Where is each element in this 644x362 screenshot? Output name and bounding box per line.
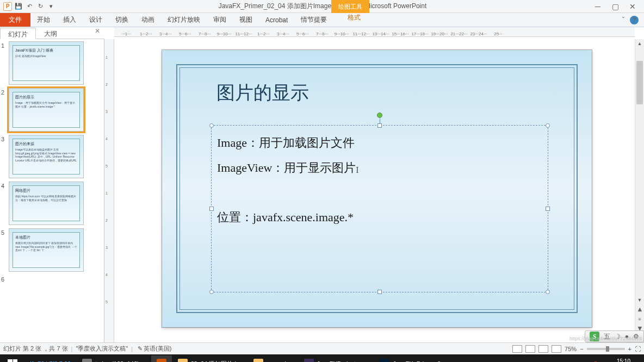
photoshop-icon: Ps [380, 359, 389, 362]
thumbnail-panel[interactable]: 1 JavaFX项目 入门 维表(2.4) 添加图片ImageView 2 图片… [0, 39, 104, 342]
spellcheck-icon[interactable]: ✎ [136, 345, 144, 353]
panel-tab-outline[interactable]: 大纲 [36, 27, 65, 39]
eclipse-icon: ◉ [304, 359, 314, 362]
app-icon: P [3, 2, 12, 11]
tab-format[interactable]: 格式 [341, 13, 367, 22]
help-icon[interactable]: ? [630, 16, 639, 24]
thumb-number: 1 [1, 41, 9, 49]
tab-design[interactable]: 设计 [83, 13, 109, 27]
tab-home[interactable]: 开始 [30, 13, 57, 27]
slide-thumbnail-3[interactable]: 图片的来源Image可以来自本地磁盘的图片 支持bmp,gif,jpeg,gif… [9, 135, 84, 178]
taskbar-item-photoshop[interactable]: PsJavaFX_Primer_0… [374, 355, 452, 362]
rotate-handle[interactable] [377, 113, 382, 118]
content-line-1: Image：用于加载图片文件 [217, 132, 542, 154]
content-line-3: 位置：javafx.scene.image.* [217, 207, 542, 228]
system-tray[interactable]: ˄ ▬ 🔇 15:10 2018/11/27 ▭ [575, 358, 643, 362]
zoom-out-button[interactable]: − [580, 346, 583, 352]
tab-slideshow[interactable]: 幻灯片放映 [161, 13, 207, 27]
prev-slide-button[interactable]: ⯅ [635, 305, 644, 314]
slide-thumbnail-1[interactable]: JavaFX项目 入门 维表(2.4) 添加图片ImageView [9, 41, 84, 85]
slide-thumbnail-4[interactable]: 网络图片例如 https://sun.com 可以从网络直接获取网络图片 注：推… [9, 182, 84, 225]
status-template: "季度收入演示文稿" [76, 345, 128, 353]
scroll-up-icon[interactable]: ▲ [635, 39, 644, 48]
textbox-content[interactable]: Image：用于加载图片文件 ImageView：用于显示图片 位置：javaf… [212, 126, 548, 292]
powerpoint-icon: P [157, 359, 166, 362]
status-slide-info: 幻灯片 第 2 张 ，共 7 张 [3, 345, 68, 353]
reading-view-button[interactable] [538, 345, 548, 353]
ribbon-collapse-icon[interactable]: ˇ [622, 16, 624, 24]
qat-dropdown-icon[interactable]: ▾ [47, 2, 55, 11]
close-button[interactable]: ✕ [629, 3, 636, 10]
content-line-2: ImageView：用于显示图片 [217, 157, 542, 179]
undo-icon[interactable]: ↶ [25, 2, 34, 11]
save-icon[interactable]: 💾 [14, 2, 23, 11]
content-textbox[interactable]: Image：用于加载图片文件 ImageView：用于显示图片 位置：javaf… [211, 125, 548, 292]
tab-view[interactable]: 视图 [233, 13, 259, 27]
scrollbar-thumb[interactable] [636, 61, 643, 104]
window-title: JavaFX_Primer_02_04 添加图片ImageView.pptx -… [59, 2, 586, 11]
scroll-down-icon[interactable]: ▼ [635, 296, 644, 304]
tab-animations[interactable]: 动画 [135, 13, 161, 27]
horizontal-ruler: ···1···1···2···3···4···5···6···7···8···9… [114, 27, 635, 37]
thumb-number: 3 [1, 135, 9, 142]
taskbar-item-powerpoint[interactable]: P [151, 355, 172, 362]
start-button[interactable] [1, 355, 24, 362]
maximize-button[interactable]: ▢ [611, 3, 619, 10]
slide-canvas[interactable]: 图片的显示 Image：用于加载图片文件 ImageView：用于显示图片 [162, 50, 592, 327]
zoom-level[interactable]: 75% [565, 346, 577, 352]
windows-taskbar[interactable]: i1y76 L7f8 7 00 ▧tu.jpg (160×146)… P 02_… [0, 354, 644, 362]
tab-review[interactable]: 审阅 [207, 13, 233, 27]
taskbar-item-folder2[interactable]: examples [248, 355, 298, 362]
status-language[interactable]: 英语(美国) [144, 345, 171, 353]
tab-insert[interactable]: 插入 [57, 13, 83, 27]
thumb-number: 6 [1, 275, 9, 283]
slide-thumbnail-2[interactable]: 图片的显示Image：用于加载图片文件 ImageView：用于显示图片 位置：… [9, 88, 84, 132]
folder-icon [178, 359, 188, 362]
tab-file[interactable]: 文件 [0, 13, 30, 27]
redo-icon[interactable]: ↻ [36, 2, 45, 11]
text-cursor [356, 157, 356, 169]
folder-icon [253, 359, 263, 362]
slide-nav-button[interactable]: ≡ [635, 315, 644, 323]
sorter-view-button[interactable] [525, 345, 535, 353]
tab-storyline[interactable]: 情节提要 [294, 13, 333, 27]
thumb-number: 5 [1, 228, 9, 236]
slide-title-text[interactable]: 图片的显示 [216, 80, 309, 105]
tab-acrobat[interactable]: Acrobat [259, 13, 294, 27]
slide-editor[interactable]: 图片的显示 Image：用于加载图片文件 ImageView：用于显示图片 [114, 39, 644, 333]
taskbar-item-eclipse[interactable]: ◉JavaFXProjects -… [299, 355, 374, 362]
vertical-ruler: 1234512345 [104, 39, 114, 342]
taskbar-item-folder1[interactable]: 02_04 添加图片 I… [172, 355, 248, 362]
thumb-number: 4 [1, 182, 9, 189]
image-icon: ▧ [82, 359, 92, 362]
normal-view-button[interactable] [512, 345, 522, 353]
zoom-in-button[interactable]: + [628, 346, 631, 352]
contextual-tab-label: 绘图工具 [331, 0, 369, 13]
minimize-button[interactable]: ─ [594, 3, 602, 10]
taskbar-item-image[interactable]: ▧tu.jpg (160×146)… [77, 355, 150, 362]
tab-transitions[interactable]: 切换 [109, 13, 135, 27]
panel-close-icon[interactable]: ✕ [90, 27, 104, 39]
watermark-text: https://blog.csdn.net/u772384419 [569, 336, 642, 341]
vertical-scrollbar[interactable]: ▲ ▼ ⯅ ≡ ⯆ [635, 39, 644, 333]
tray-clock[interactable]: 15:10 2018/11/27 [603, 358, 630, 362]
thumb-number: 2 [1, 88, 9, 96]
fit-window-button[interactable]: ⛶ [635, 346, 641, 352]
taskbar-overlay-text: i1y76 L7f8 7 00 [24, 355, 76, 362]
zoom-slider[interactable] [587, 348, 625, 350]
panel-tab-slides[interactable]: 幻灯片 [0, 28, 36, 39]
slideshow-view-button[interactable] [552, 345, 561, 353]
slide-thumbnail-5[interactable]: 本地图片将图片拷贝到与源码同目录下 添加资源同目录内 new Image("fi… [9, 228, 84, 272]
